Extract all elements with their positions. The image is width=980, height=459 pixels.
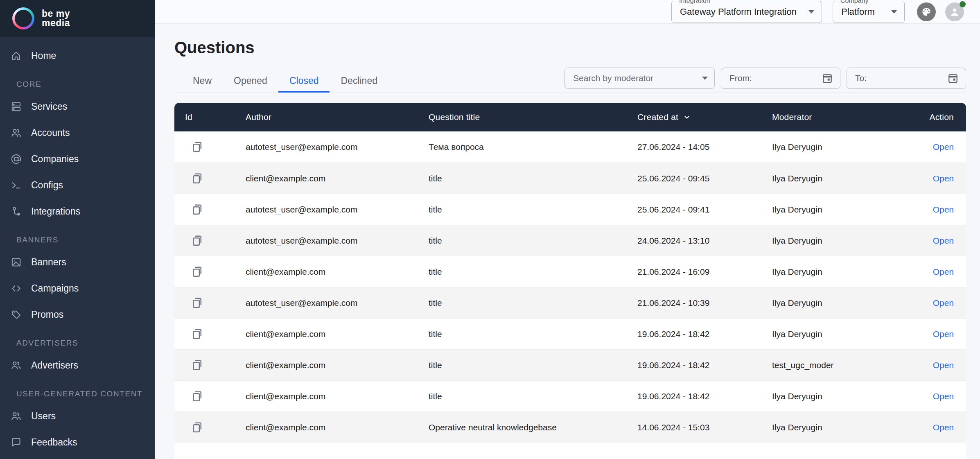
copy-icon <box>191 390 204 403</box>
author-cell: autotest_user@example.com <box>246 287 429 318</box>
id-cell <box>174 194 246 225</box>
open-link[interactable]: Open <box>933 298 954 308</box>
brand-line1: be my <box>42 9 70 18</box>
sidebar-item-users[interactable]: Users <box>0 403 155 429</box>
copy-id-button[interactable] <box>191 296 204 310</box>
action-cell: Open <box>887 256 966 287</box>
id-cell <box>174 412 246 443</box>
moderator-cell: Ilya Deryugin <box>772 256 887 287</box>
open-link[interactable]: Open <box>933 236 954 245</box>
action-cell: Open <box>887 318 966 349</box>
moderator-search-select[interactable]: Search by moderator <box>565 68 715 89</box>
sidebar-item-accounts[interactable]: Accounts <box>0 120 155 146</box>
open-link[interactable]: Open <box>933 205 954 214</box>
main-area: Integration Gateway Platform Integration… <box>155 0 980 459</box>
sidebar-item-label: Home <box>31 50 56 61</box>
sidebar-item-services[interactable]: Services <box>0 93 155 120</box>
sidebar-item-banners[interactable]: Banners <box>0 249 155 275</box>
integration-select[interactable]: Integration Gateway Platform Integration <box>671 1 822 23</box>
sidebar-item-label: Promos <box>31 309 63 320</box>
copy-icon <box>191 140 204 154</box>
sidebar-item-home[interactable]: Home <box>0 43 155 69</box>
tab-declined[interactable]: Declined <box>330 70 388 93</box>
date-to-field[interactable]: To: <box>847 68 966 89</box>
tab-closed[interactable]: Closed <box>278 70 330 93</box>
action-cell: Open <box>887 287 966 318</box>
question-title-cell: title <box>429 318 637 349</box>
table-header: Id Author Question title Created at <box>174 103 966 131</box>
open-link[interactable]: Open <box>933 329 954 339</box>
copy-id-button[interactable] <box>191 390 204 403</box>
question-title-cell: Тема вопроса <box>429 131 637 163</box>
copy-id-button[interactable] <box>191 421 204 434</box>
sidebar-item-configs[interactable]: Configs <box>0 172 155 198</box>
question-title-cell: title <box>429 349 637 380</box>
question-title-cell: title <box>429 256 637 287</box>
copy-icon <box>191 421 204 434</box>
page-title: Questions <box>174 38 966 57</box>
tab-new[interactable]: New <box>182 70 223 93</box>
copy-id-button[interactable] <box>191 265 204 278</box>
question-title-cell: title <box>429 225 637 256</box>
open-link[interactable]: Open <box>933 267 954 276</box>
copy-icon <box>191 234 204 247</box>
company-select[interactable]: Company Platform <box>833 1 905 23</box>
author-cell: client@example.com <box>246 256 429 287</box>
open-link[interactable]: Open <box>933 142 954 151</box>
open-link[interactable]: Open <box>933 423 954 432</box>
id-cell <box>174 287 246 318</box>
app-window: be my media Home CORE Services Accounts <box>0 0 980 459</box>
copy-id-button[interactable] <box>191 140 204 154</box>
topbar: Integration Gateway Platform Integration… <box>155 0 980 24</box>
copy-icon <box>191 328 204 341</box>
question-title-cell: title <box>429 380 637 412</box>
open-link[interactable]: Open <box>933 360 954 370</box>
copy-id-button[interactable] <box>191 172 204 185</box>
open-link[interactable]: Open <box>933 174 954 183</box>
moderator-search-placeholder: Search by moderator <box>573 73 653 83</box>
question-title-cell: title <box>429 194 637 225</box>
caret-down-icon <box>891 10 897 14</box>
promos-tag-icon <box>10 308 22 321</box>
tab-opened[interactable]: Opened <box>223 70 278 93</box>
account-avatar-button[interactable] <box>945 2 964 21</box>
moderator-cell: Ilya Deryugin <box>772 287 887 318</box>
sidebar-item-label: Advertisers <box>31 360 78 371</box>
column-header-created-at[interactable]: Created at <box>637 103 772 131</box>
sidebar-item-integrations[interactable]: Integrations <box>0 198 155 224</box>
green-status-dot <box>960 1 966 7</box>
moderator-cell: Ilya Deryugin <box>772 131 887 163</box>
copy-id-button[interactable] <box>191 234 204 247</box>
action-cell: Open <box>887 412 966 443</box>
question-title-cell: Operative neutral knowledgebase <box>429 412 637 443</box>
calendar-icon[interactable] <box>821 72 833 84</box>
copy-id-button[interactable] <box>191 328 204 341</box>
sidebar-item-companies[interactable]: Companies <box>0 146 155 172</box>
sidebar-item-advertisers[interactable]: Advertisers <box>0 352 155 378</box>
sidebar-item-label: Configs <box>31 180 63 191</box>
author-cell: client@example.com <box>246 163 429 194</box>
copy-id-button[interactable] <box>191 203 204 216</box>
sidebar-section-advertisers: ADVERTISERS <box>0 334 155 352</box>
date-from-field[interactable]: From: <box>721 68 840 89</box>
accounts-icon <box>10 127 22 139</box>
copy-icon <box>191 296 204 310</box>
question-title-cell: title <box>429 163 637 194</box>
table-row: client@example.com Operative neutral kno… <box>174 412 966 443</box>
open-link[interactable]: Open <box>933 391 954 401</box>
calendar-icon[interactable] <box>947 72 959 84</box>
theme-palette-button[interactable] <box>917 2 936 21</box>
sidebar-item-feedbacks[interactable]: Feedbacks <box>0 429 155 455</box>
users-icon <box>10 410 22 422</box>
table-body: autotest_user@example.com Тема вопроса 2… <box>174 131 966 443</box>
sidebar: be my media Home CORE Services Accounts <box>0 0 155 459</box>
moderator-cell: Ilya Deryugin <box>772 318 887 349</box>
column-header-id: Id <box>174 103 246 131</box>
sidebar-item-campaigns[interactable]: Campaigns <box>0 275 155 301</box>
created-at-cell: 19.06.2024 - 18:42 <box>637 318 772 349</box>
column-header-author: Author <box>246 103 429 131</box>
sidebar-item-promos[interactable]: Promos <box>0 301 155 328</box>
advertisers-icon <box>10 359 22 371</box>
date-from-label: From: <box>729 73 752 83</box>
copy-id-button[interactable] <box>191 359 204 372</box>
